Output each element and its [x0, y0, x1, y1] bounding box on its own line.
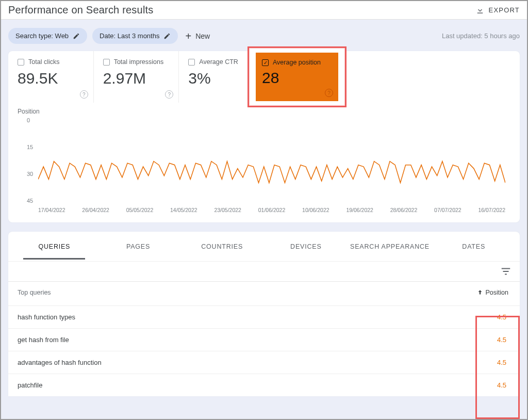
- y-tick: 45: [27, 198, 33, 204]
- table-row[interactable]: advantages of hash function 4.5: [8, 351, 520, 374]
- help-icon[interactable]: ?: [325, 89, 333, 97]
- new-filter-button[interactable]: + New: [183, 29, 212, 43]
- query-cell: get hash from file: [18, 336, 69, 344]
- tab-search-appearance[interactable]: SEARCH APPEARANCE: [348, 243, 432, 250]
- average-ctr-label: Average CTR: [199, 58, 238, 66]
- x-tick: 14/05/2022: [170, 207, 197, 213]
- help-icon[interactable]: ?: [80, 90, 88, 99]
- x-tick: 23/05/2022: [214, 207, 241, 213]
- filter-icon[interactable]: [500, 266, 512, 277]
- x-tick: 07/07/2022: [434, 207, 461, 213]
- pencil-icon: [163, 33, 171, 40]
- pencil-icon: [73, 33, 80, 40]
- table-filter-row: [8, 262, 520, 282]
- average-position-value: 28: [262, 69, 333, 87]
- x-tick: 17/04/2022: [38, 207, 65, 213]
- filters: Search type: Web Date: Last 3 months + N…: [8, 28, 212, 44]
- table-row[interactable]: patchfile 4.5: [8, 374, 520, 396]
- position-cell: 4.5: [497, 336, 506, 344]
- checkbox-checked-icon[interactable]: [262, 59, 269, 66]
- checkbox-icon[interactable]: [103, 59, 110, 66]
- total-impressions-value: 2.97M: [103, 70, 172, 87]
- filter-bar: Search type: Web Date: Last 3 months + N…: [1, 20, 527, 51]
- x-tick: 01/06/2022: [258, 207, 286, 213]
- query-cell: advantages of hash function: [18, 359, 102, 366]
- download-icon: [475, 6, 485, 15]
- search-type-chip[interactable]: Search type: Web: [8, 28, 87, 44]
- table-row[interactable]: hash function types 4.5: [8, 305, 520, 328]
- tabs: QUERIES PAGES COUNTRIES DEVICES SEARCH A…: [8, 232, 520, 262]
- last-updated[interactable]: Last updated: 5 hours ago: [442, 32, 520, 40]
- spacer: [435, 51, 520, 103]
- total-clicks-label: Total clicks: [28, 58, 59, 66]
- table-header: Top queries Position: [8, 282, 520, 305]
- average-position-label: Average position: [273, 59, 321, 66]
- page-title: Performance on Search results: [8, 4, 153, 16]
- line-chart-svg: [38, 120, 505, 201]
- y-axis-label: Position: [18, 108, 510, 115]
- position-cell: 4.5: [497, 313, 506, 321]
- y-tick: 0: [27, 117, 30, 123]
- y-tick: 15: [27, 144, 33, 150]
- x-tick: 10/06/2022: [302, 207, 329, 213]
- x-ticks: 17/04/2022 26/04/2022 05/05/2022 14/05/2…: [38, 207, 505, 213]
- checkbox-icon[interactable]: [18, 59, 24, 66]
- total-clicks-value: 89.5K: [18, 70, 86, 87]
- average-position-card[interactable]: Average position 28 ?: [256, 53, 338, 101]
- chart: Position 0 15 30 45 17/04/2022 26/04/202…: [8, 103, 520, 213]
- x-tick: 28/06/2022: [390, 207, 418, 213]
- position-cell: 4.5: [497, 381, 506, 389]
- table-row[interactable]: get hash from file 4.5: [8, 328, 520, 351]
- query-cell: hash function types: [18, 313, 75, 321]
- position-cell: 4.5: [497, 359, 506, 366]
- date-label: Date: Last 3 months: [100, 32, 159, 40]
- x-tick: 05/05/2022: [126, 207, 154, 213]
- plus-icon: +: [185, 33, 191, 40]
- tab-dates[interactable]: DATES: [432, 243, 516, 250]
- results-panel: QUERIES PAGES COUNTRIES DEVICES SEARCH A…: [8, 232, 520, 396]
- x-tick: 26/04/2022: [82, 207, 109, 213]
- average-ctr-value: 3%: [188, 70, 257, 87]
- spacer: [350, 51, 435, 103]
- tab-pages[interactable]: PAGES: [96, 243, 180, 250]
- total-impressions-card[interactable]: Total impressions 2.97M ?: [94, 51, 179, 103]
- header-top-queries: Top queries: [18, 289, 51, 296]
- tab-devices[interactable]: DEVICES: [264, 243, 348, 250]
- total-impressions-label: Total impressions: [114, 58, 164, 66]
- export-label: EXPORT: [489, 6, 520, 14]
- x-tick: 16/07/2022: [478, 207, 505, 213]
- header-position[interactable]: Position: [476, 289, 508, 296]
- checkbox-icon[interactable]: [188, 59, 195, 66]
- search-type-label: Search type: Web: [15, 32, 69, 40]
- tab-queries[interactable]: QUERIES: [12, 243, 96, 250]
- query-cell: patchfile: [18, 381, 42, 389]
- total-clicks-card[interactable]: Total clicks 89.5K ?: [8, 51, 94, 103]
- average-ctr-card[interactable]: Average CTR 3% ?: [179, 51, 265, 103]
- tab-countries[interactable]: COUNTRIES: [180, 243, 264, 250]
- help-icon[interactable]: ?: [165, 90, 173, 99]
- title-bar: Performance on Search results EXPORT: [1, 1, 527, 20]
- new-label: New: [195, 32, 210, 40]
- date-chip[interactable]: Date: Last 3 months: [92, 28, 178, 44]
- export-button[interactable]: EXPORT: [475, 6, 520, 15]
- y-tick: 30: [27, 171, 33, 177]
- arrow-up-icon: [476, 289, 484, 296]
- x-tick: 19/06/2022: [346, 207, 373, 213]
